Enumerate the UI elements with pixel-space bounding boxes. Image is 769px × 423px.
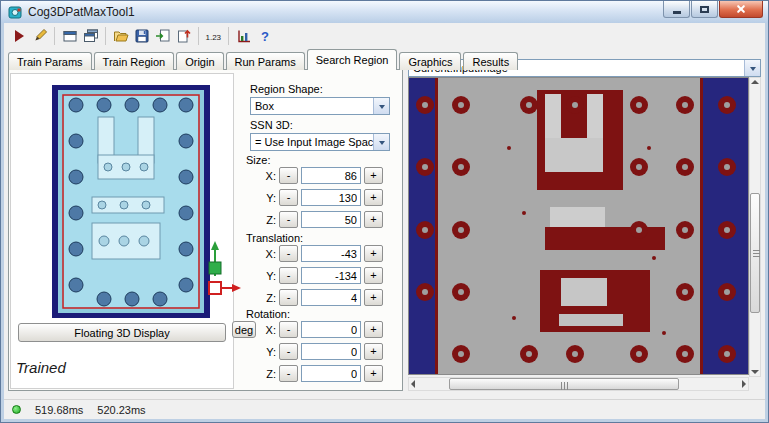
pencil-icon [32,28,48,44]
size-z-decrement-button[interactable]: - [279,211,298,228]
record-window-icon [62,28,78,44]
tab-graphics[interactable]: Graphics [399,52,461,70]
axis-z-label: Z: [258,292,276,304]
floating-3d-display-button[interactable]: Floating 3D Display [18,323,226,342]
vertical-scrollbar[interactable] [749,77,761,377]
size-y-decrement-button[interactable]: - [279,189,298,206]
size-y-input[interactable] [301,189,361,206]
edit-button[interactable] [29,25,50,46]
horizontal-scrollbar[interactable] [408,377,749,391]
horizontal-scrollbar-thumb[interactable] [449,378,679,390]
total-time: 520.23ms [97,404,145,416]
region-shape-dropdown[interactable]: Box [250,97,390,115]
trained-status-text: Trained [16,359,66,376]
app-window: Cog3DPatMaxTool1 [0,0,769,423]
window-title: Cog3DPatMaxTool1 [28,5,135,19]
title-bar[interactable]: Cog3DPatMaxTool1 [1,1,768,23]
results-chart-button[interactable] [233,25,254,46]
translation-x-increment-button[interactable]: + [364,245,383,262]
deg-units-button[interactable]: deg [232,321,256,338]
copy-window-button[interactable] [80,25,101,46]
translation-x-decrement-button[interactable]: - [279,245,298,262]
run-button[interactable] [8,25,29,46]
dropdown-button[interactable] [744,60,760,76]
maximize-icon [700,6,709,13]
rotation-x-increment-button[interactable]: + [364,321,383,338]
rotation-x-decrement-button[interactable]: - [279,321,298,338]
close-icon [736,4,746,14]
ssn-3d-dropdown[interactable]: = Use Input Image Space [250,133,390,151]
rotation-section-label: Rotation: [246,308,290,320]
toolbar-separator [228,27,229,45]
tab-train-params[interactable]: Train Params [8,52,92,70]
status-ok-icon [12,405,21,414]
size-z-input[interactable] [301,211,361,228]
scroll-right-arrow[interactable] [742,380,746,388]
3d-viewport[interactable] [52,85,210,318]
import-icon [155,28,171,44]
help-icon: ? [257,28,273,44]
translation-y-input[interactable] [301,267,361,284]
rotation-z-increment-button[interactable]: + [364,365,383,382]
rotation-y-decrement-button[interactable]: - [279,343,298,360]
minimize-button[interactable] [663,1,690,18]
minimize-icon [673,11,681,14]
tab-run-params[interactable]: Run Params [226,52,305,70]
export-button[interactable] [173,25,194,46]
scroll-down-arrow[interactable] [751,370,759,374]
translation-x-input[interactable] [301,245,361,262]
size-z-increment-button[interactable]: + [364,211,383,228]
input-image-display[interactable] [408,77,749,375]
translation-z-row: Z: - + [258,289,383,306]
tab-search-region[interactable]: Search Region [307,49,398,70]
help-button[interactable]: ? [254,25,275,46]
size-x-decrement-button[interactable]: - [279,167,298,184]
rotation-z-decrement-button[interactable]: - [279,365,298,382]
dropdown-button[interactable] [373,134,389,150]
tab-origin[interactable]: Origin [176,52,223,70]
tab-results[interactable]: Results [463,52,518,70]
axis-x-label: X: [258,170,276,182]
chevron-down-icon [379,141,385,148]
translation-z-decrement-button[interactable]: - [279,289,298,306]
number-format-button[interactable]: 1.23 [203,25,224,46]
size-section-label: Size: [246,154,270,166]
translation-y-decrement-button[interactable]: - [279,267,298,284]
size-y-row: Y: - + [258,189,383,206]
rotation-z-input[interactable] [301,365,361,382]
save-icon [134,28,150,44]
size-x-increment-button[interactable]: + [364,167,383,184]
translation-z-increment-button[interactable]: + [364,289,383,306]
save-file-button[interactable] [131,25,152,46]
svg-text:?: ? [261,29,269,44]
import-button[interactable] [152,25,173,46]
axis-z-label: Z: [258,214,276,226]
region-shape-label: Region Shape: [250,83,323,95]
scrollbar-grip [753,253,760,254]
vertical-scrollbar-thumb[interactable] [750,193,760,313]
current-record-button[interactable] [59,25,80,46]
size-z-row: Z: - + [258,211,383,228]
rotation-y-increment-button[interactable]: + [364,343,383,360]
translation-z-input[interactable] [301,289,361,306]
app-icon [7,4,23,20]
rotation-x-input[interactable] [301,321,361,338]
scroll-up-arrow[interactable] [751,80,759,84]
maximize-button[interactable] [691,1,718,18]
tab-label: Run Params [235,56,296,68]
region-shape-value: Box [251,100,373,112]
translation-y-increment-button[interactable]: + [364,267,383,284]
open-file-button[interactable] [110,25,131,46]
tab-train-region[interactable]: Train Region [94,52,175,70]
close-button[interactable] [719,1,763,18]
rotation-z-row: Z: - + [258,365,383,382]
scroll-left-arrow[interactable] [411,380,415,388]
axis-x-label: X: [258,324,276,336]
size-y-increment-button[interactable]: + [364,189,383,206]
rotation-y-input[interactable] [301,343,361,360]
size-x-input[interactable] [301,167,361,184]
floating-3d-display-label: Floating 3D Display [74,327,169,339]
dropdown-button[interactable] [373,98,389,114]
toolbar-separator [54,27,55,45]
run-time: 519.68ms [35,404,83,416]
